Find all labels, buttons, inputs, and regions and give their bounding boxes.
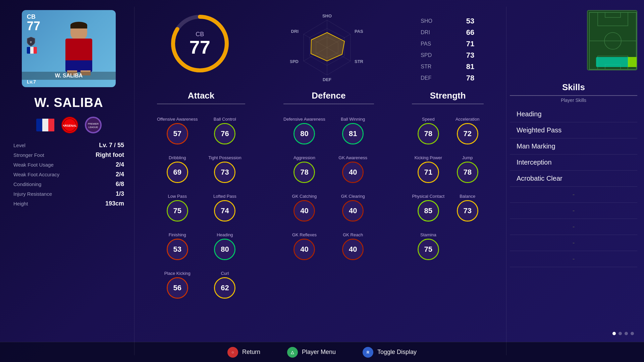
card-level: Lv.7: [27, 79, 36, 84]
jump-item: Jump 78: [451, 149, 484, 183]
skill-item-weighted-pass[interactable]: Weighted Pass: [510, 122, 637, 138]
weak-foot-usage-label: Weak Foot Usage: [13, 162, 54, 168]
defence-column: Defence Defensive Awareness 80 Ball Winn…: [283, 90, 374, 304]
conditioning-label: Conditioning: [13, 181, 41, 187]
player-card: CB 77 ⚜: [22, 10, 116, 87]
dot-2: [619, 332, 622, 335]
low-pass-value: 75: [173, 206, 181, 215]
skill-item-empty-4: -: [510, 235, 637, 251]
defence-stats-grid: Defensive Awareness 80 Ball Winning 81: [283, 106, 374, 265]
level-row: Level Lv. 7 / 55: [13, 142, 124, 149]
skill-item-acrobatic-clear[interactable]: Acrobatic Clear: [510, 171, 637, 187]
curl-label: Curl: [221, 265, 229, 276]
ball-control-label: Ball Control: [214, 111, 236, 122]
dribbling-item: Dribbling 69: [157, 149, 198, 183]
sho-label: SHO: [421, 18, 432, 24]
pas-label: PAS: [421, 41, 431, 47]
dri-value: 66: [461, 28, 474, 37]
dribbling-value: 69: [173, 168, 181, 177]
strength-title: Strength: [412, 90, 484, 104]
left-panel: CB 77 ⚜: [7, 7, 131, 355]
spd-label: SPD: [421, 52, 432, 58]
physical-contact-label: Physical Contact: [412, 188, 444, 199]
lofted-pass-label: Lofted Pass: [213, 188, 236, 199]
spd-row: SPD 73: [421, 51, 474, 60]
stamina-label: Stamina: [420, 227, 436, 237]
kicking-power-value: 71: [424, 168, 432, 177]
stamina-item: Stamina 75: [412, 227, 444, 260]
sho-value: 53: [461, 17, 474, 25]
weak-foot-accuracy-label: Weak Foot Accuracy: [13, 172, 59, 177]
sho-row: SHO 53: [421, 17, 474, 25]
heading-value: 80: [221, 245, 229, 254]
curl-item: Curl 62: [205, 265, 246, 299]
low-pass-circle: 75: [167, 200, 188, 222]
ball-winning-label: Ball Winning: [341, 111, 365, 122]
svg-text:DEF: DEF: [323, 77, 331, 82]
lofted-pass-circle: 74: [214, 200, 235, 222]
dribbling-label: Dribbling: [169, 149, 186, 160]
height-label: Height: [13, 201, 28, 206]
skill-item-interception[interactable]: Interception: [510, 155, 637, 171]
jump-value: 78: [463, 168, 471, 177]
ball-control-item: Ball Control 76: [205, 111, 246, 144]
ball-control-circle: 76: [214, 123, 235, 144]
svg-text:PREMIER: PREMIER: [88, 123, 99, 125]
center-panel: CB 77: [138, 7, 503, 355]
skill-item-empty-1: -: [510, 187, 637, 203]
def-value: 78: [461, 74, 474, 82]
stats-columns: Attack Offensive Awareness 57 Ball Contr…: [138, 90, 503, 304]
league-badge: PREMIER LEAGUE: [85, 117, 102, 133]
acceleration-value: 72: [463, 129, 471, 138]
skills-section: Skills Player Skills Heading Weighted Pa…: [510, 82, 637, 355]
finishing-item: Finishing 53: [157, 227, 198, 260]
rating-circle-text: CB 77: [190, 31, 210, 57]
finishing-value: 53: [173, 245, 181, 254]
low-pass-label: Low Pass: [168, 188, 187, 199]
gk-clearing-label: GK Clearing: [341, 188, 365, 199]
weak-foot-usage-value: 2/4: [116, 161, 124, 168]
right-divider: [506, 7, 506, 355]
defensive-awareness-value: 80: [300, 129, 308, 138]
skills-subtitle: Player Skills: [510, 98, 637, 103]
kicking-power-circle: 71: [418, 162, 439, 183]
acceleration-item: Acceleration 72: [451, 111, 484, 144]
arsenal-badge: ARSENAL: [61, 117, 78, 133]
height-value: 193cm: [105, 200, 124, 207]
svg-text:SHO: SHO: [322, 13, 332, 18]
defensive-awareness-item: Defensive Awareness 80: [283, 111, 325, 144]
pagination-dots: [612, 332, 634, 335]
physical-contact-value: 85: [424, 206, 432, 215]
stamina-value: 75: [424, 245, 432, 254]
player-avatar: [42, 18, 116, 75]
dot-1: [612, 332, 616, 335]
injury-resistance-label: Injury Resistance: [13, 191, 52, 197]
skill-item-heading[interactable]: Heading: [510, 106, 637, 122]
speed-item: Speed 78: [412, 111, 444, 144]
overview-stats: SHO 53 DRI 66 PAS 71 SPD 73 STR 81: [421, 10, 474, 84]
heading-label: Heading: [217, 227, 233, 237]
gk-awareness-item: GK Awareness 40: [332, 149, 374, 183]
balance-item: Balance 73: [451, 188, 484, 222]
jump-label: Jump: [462, 149, 473, 160]
gk-reflexes-value: 40: [300, 245, 308, 254]
club-shield-icon: ⚜: [27, 37, 35, 46]
place-kicking-value: 56: [173, 284, 181, 292]
curl-circle: 62: [214, 277, 235, 299]
svg-rect-29: [596, 57, 630, 67]
pas-row: PAS 71: [421, 40, 474, 48]
offensive-awareness-item: Offensive Awareness 57: [157, 111, 198, 144]
balance-label: Balance: [460, 188, 475, 199]
gk-reach-value: 40: [349, 245, 357, 254]
gk-awareness-label: GK Awareness: [338, 149, 367, 160]
svg-text:⚜: ⚜: [30, 41, 33, 44]
skill-item-man-marking[interactable]: Man Marking: [510, 138, 637, 155]
tight-possession-circle: 73: [214, 162, 235, 183]
dot-4: [631, 332, 634, 335]
svg-marker-14: [311, 33, 344, 61]
str-value: 81: [461, 62, 474, 71]
acceleration-circle: 72: [457, 123, 478, 144]
aggression-value: 78: [300, 168, 308, 177]
dot-3: [625, 332, 628, 335]
skills-title: Skills: [510, 82, 637, 96]
